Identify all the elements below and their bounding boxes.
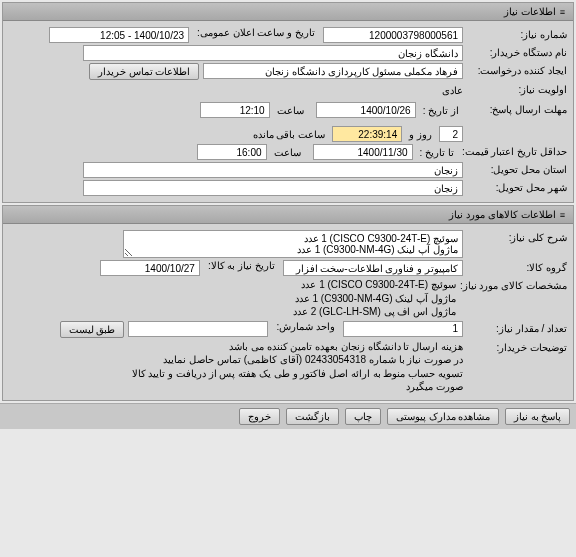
number-field: 1200003798000561 [323, 27, 463, 43]
notes-label: توضیحات خریدار: [467, 340, 567, 353]
notes-line3: تسویه حساب منوط به ارائه اصل فاکتور و طی… [113, 367, 463, 394]
time-remain-label: ساعت باقی مانده [249, 129, 330, 140]
reply-deadline-label: مهلت ارسال پاسخ: [467, 102, 567, 115]
delivery-province-label: استان محل تحویل: [467, 162, 567, 175]
announce-label: تاریخ و ساعت اعلان عمومی: [193, 27, 319, 38]
need-info-body: شماره نیاز: 1200003798000561 تاریخ و ساع… [3, 21, 573, 202]
spec-text: سوئیچ (CISCO C9300-24T-E) 1 عدد ماژول آپ… [106, 278, 456, 319]
goods-info-panel: ≡ اطلاعات کالاهای مورد نیاز شرح کلی نیاز… [2, 205, 574, 401]
spec-line1: سوئیچ (CISCO C9300-24T-E) 1 عدد [106, 278, 456, 292]
need-info-panel: ≡ اطلاعات نیاز شماره نیاز: 1200003798000… [2, 2, 574, 203]
need-info-header[interactable]: ≡ اطلاعات نیاز [3, 3, 573, 21]
reply-button[interactable]: پاسخ به نیاز [505, 408, 570, 425]
attachments-button[interactable]: مشاهده مدارک پیوستی [387, 408, 499, 425]
validity-date-field: 1400/11/30 [313, 144, 413, 160]
reply-time-field: 12:10 [200, 102, 270, 118]
notes-line1: هزینه ارسال تا دانشگاه زنجان بعهده تامین… [113, 340, 463, 354]
action-bar: پاسخ به نیاز مشاهده مدارک پیوستی چاپ باز… [0, 403, 576, 429]
priority-value: عادی [442, 82, 463, 100]
time-remain-field: 22:39:14 [332, 126, 402, 142]
desc-line2: ماژول آپ لینک (C9300-NM-4G) 1 عدد [128, 244, 458, 255]
price-validity-label: حداقل تاریخ اعتبار قیمت: [462, 144, 567, 157]
priority-label: اولویت نیاز: [467, 82, 567, 95]
validity-time-field: 16:00 [197, 144, 267, 160]
from-date-label: از تاریخ : [419, 105, 463, 116]
unit-list-button[interactable]: طبق لیست [60, 321, 125, 338]
back-button[interactable]: بازگشت [286, 408, 339, 425]
announce-field: 1400/10/23 - 12:05 [49, 27, 189, 43]
desc-line1: سوئیچ (CISCO C9300-24T-E) 1 عدد [128, 233, 458, 244]
group-label: گروه کالا: [467, 260, 567, 273]
spec-line2: ماژول آپ لینک (C9300-NM-4G) 1 عدد [106, 292, 456, 306]
creator-label: ایجاد کننده درخواست: [467, 63, 567, 76]
unit-label: واحد شمارش: [272, 321, 339, 332]
exit-button[interactable]: خروج [239, 408, 280, 425]
creator-field: فرهاد مکملی مسئول کارپردازی دانشگاه زنجا… [203, 63, 463, 79]
buyer-field: دانشگاه زنجان [83, 45, 463, 61]
days-remain-field: 2 [439, 126, 463, 142]
spec-line3: ماژول اس اف پی (GLC-LH-SM) 2 عدد [106, 305, 456, 319]
delivery-city-field: زنجان [83, 180, 463, 196]
to-date-label: تا تاریخ : [416, 147, 458, 158]
delivery-province-field: زنجان [83, 162, 463, 178]
days-remain-label: روز و [405, 129, 436, 140]
delivery-city-label: شهر محل تحویل: [467, 180, 567, 193]
hour-label-1: ساعت [273, 105, 308, 116]
need-date-label: تاریخ نیاز به کالا: [204, 260, 279, 271]
buyer-label: نام دستگاه خریدار: [467, 45, 567, 58]
notes-text: هزینه ارسال تا دانشگاه زنجان بعهده تامین… [113, 340, 463, 394]
print-button[interactable]: چاپ [345, 408, 381, 425]
qty-field: 1 [343, 321, 463, 337]
notes-line2: در صورت نیاز با شماره 02433054318 (آقای … [113, 353, 463, 367]
collapse-icon-2: ≡ [560, 210, 565, 220]
group-field: کامپیوتر و فناوری اطلاعات-سخت افزار [283, 260, 463, 276]
spec-label: مشخصات کالای مورد نیاز: [460, 278, 567, 291]
need-date-field: 1400/10/27 [100, 260, 200, 276]
desc-label: شرح کلی نیاز: [467, 230, 567, 243]
goods-info-header[interactable]: ≡ اطلاعات کالاهای مورد نیاز [3, 206, 573, 224]
buyer-contact-button[interactable]: اطلاعات تماس خریدار [89, 63, 199, 80]
number-label: شماره نیاز: [467, 27, 567, 40]
need-info-title: اطلاعات نیاز [504, 6, 556, 17]
goods-info-body: شرح کلی نیاز: سوئیچ (CISCO C9300-24T-E) … [3, 224, 573, 400]
unit-field [128, 321, 268, 337]
collapse-icon: ≡ [560, 7, 565, 17]
reply-date-field: 1400/10/26 [316, 102, 416, 118]
desc-textarea[interactable]: سوئیچ (CISCO C9300-24T-E) 1 عدد ماژول آپ… [123, 230, 463, 258]
hour-label-2: ساعت [270, 147, 305, 158]
qty-label: تعداد / مقدار نیاز: [467, 321, 567, 334]
goods-info-title: اطلاعات کالاهای مورد نیاز [449, 209, 555, 220]
